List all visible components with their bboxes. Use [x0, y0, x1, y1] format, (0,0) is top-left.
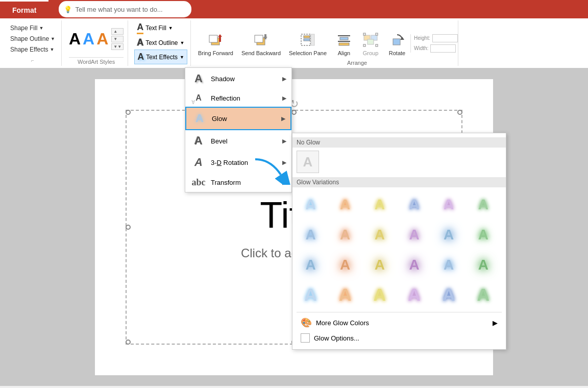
glow-a-7: A [305, 227, 315, 243]
shape-fill-button[interactable]: Shape Fill ▼ [8, 23, 57, 33]
glow-cell-17[interactable]: A [435, 251, 463, 279]
wordart-scroll-more[interactable]: ▼▼ [111, 43, 124, 50]
handle-bl[interactable] [126, 340, 131, 345]
glow-cell-2[interactable]: A [331, 190, 359, 219]
text-effects-icon: A [137, 52, 144, 62]
glow-cell-6[interactable]: A [469, 190, 497, 219]
lightbulb-icon: 💡 [64, 6, 72, 13]
svg-rect-11 [311, 34, 314, 45]
wordart-sample-blue[interactable]: A [83, 31, 94, 47]
glow-item[interactable]: A Glow ▶ [185, 107, 291, 130]
text-outline-icon: A [137, 37, 143, 48]
glow-cell-23[interactable]: A [435, 281, 463, 309]
glow-a-14: A [340, 257, 350, 273]
glow-a-18: A [478, 257, 488, 273]
arrange-section-label: Arrange [347, 60, 367, 66]
glow-options-item[interactable]: Glow Options... [297, 331, 502, 345]
shape-outline-button[interactable]: Shape Outline ▼ [8, 34, 57, 43]
format-tab[interactable]: Format [0, 0, 48, 18]
shape-outline-label: Shape Outline [10, 35, 49, 42]
transform-icon: abc [191, 177, 206, 188]
reflection-arrow: ▶ [282, 95, 286, 102]
glow-cell-15[interactable]: A [365, 251, 394, 279]
wordart-sample-black[interactable]: A [69, 31, 81, 47]
glow-a-3: A [375, 197, 385, 213]
ribbon-top: Format 💡 Tell me what you want to do... [0, 0, 588, 18]
shape-fill-label: Shape Fill [10, 25, 37, 32]
glow-cell-14[interactable]: A [331, 251, 359, 279]
handle-ml[interactable] [126, 225, 131, 230]
text-outline-button[interactable]: A Text Outline ▼ [134, 36, 187, 50]
text-fill-button[interactable]: A Text Fill ▼ [134, 20, 187, 36]
bevel-label: Bevel [211, 137, 228, 145]
glow-cell-8[interactable]: A [331, 221, 359, 249]
transform-arrow: ▶ [282, 179, 286, 186]
glow-cell-4[interactable]: A [400, 190, 428, 219]
shape-dialog-launcher[interactable]: ⌐ [8, 58, 57, 63]
glow-cell-22[interactable]: A [400, 281, 428, 309]
width-label: Width: [414, 45, 428, 51]
glow-cell-20[interactable]: A [331, 281, 359, 309]
glow-a-5: A [444, 197, 454, 213]
send-backward-button[interactable]: Send Backward [237, 29, 285, 58]
glow-cell-13[interactable]: A [297, 251, 325, 279]
3d-rotation-item[interactable]: A 3-D Rotation ▶ [185, 152, 291, 173]
wordart-scroll-up[interactable]: ▲ [111, 28, 124, 35]
width-input[interactable] [430, 44, 456, 53]
shape-effects-button[interactable]: Shape Effects ▼ [8, 45, 57, 54]
wordart-sample-orange[interactable]: A [96, 31, 108, 47]
glow-cell-7[interactable]: A [297, 221, 325, 249]
glow-cell-24[interactable]: A [469, 281, 497, 309]
wordart-scroll[interactable]: ▲ ▼ ▼▼ [111, 28, 124, 50]
glow-cell-16[interactable]: A [400, 251, 428, 279]
more-glow-colors-item[interactable]: 🎨 More Glow Colors ▶ [297, 314, 502, 331]
glow-a-4: A [409, 197, 419, 213]
glow-a-13: A [305, 257, 315, 273]
wordart-label: WordArt Styles [69, 57, 124, 66]
svg-rect-3 [219, 37, 221, 42]
ribbon-body: Shape Fill ▼ Shape Outline ▼ Shape Effec… [0, 18, 588, 68]
glow-cell-18[interactable]: A [469, 251, 497, 279]
height-field[interactable]: Height: [414, 34, 458, 42]
align-button[interactable]: Align [331, 29, 357, 58]
tell-me-text: Tell me what you want to do... [75, 6, 162, 13]
3d-rotation-label: 3-D Rotation [211, 159, 248, 166]
glow-cell-21[interactable]: A [365, 281, 394, 309]
bring-forward-button[interactable]: Bring Forward [194, 29, 237, 58]
height-input[interactable] [432, 34, 458, 42]
glow-cell-10[interactable]: A [400, 221, 428, 249]
glow-a-9: A [375, 227, 385, 243]
transform-item[interactable]: abc Transform ▶ [185, 173, 291, 192]
selection-pane-button[interactable]: Selection Pane [285, 29, 331, 58]
handle-tl[interactable] [126, 110, 131, 115]
wordart-scroll-down[interactable]: ▼ [111, 36, 124, 42]
shadow-item[interactable]: A Shadow ▶ [185, 68, 291, 89]
glow-a-20: A [339, 285, 352, 305]
glow-cell-19[interactable]: A [297, 281, 325, 309]
glow-cell-11[interactable]: A [435, 221, 463, 249]
glow-a-2: A [340, 197, 350, 213]
group-button[interactable]: Group [357, 29, 384, 58]
svg-rect-22 [376, 44, 378, 46]
handle-tr[interactable] [457, 110, 462, 115]
glow-cell-12[interactable]: A [469, 221, 497, 249]
width-field[interactable]: Width: [414, 44, 458, 53]
text-effects-button[interactable]: A Text Effects ▼ [134, 50, 187, 64]
text-effects-label: Text Effects [146, 54, 178, 61]
tell-me-bar[interactable]: 💡 Tell me what you want to do... [59, 1, 191, 17]
bevel-item[interactable]: A Bevel ▶ [185, 130, 291, 152]
glow-cell-5[interactable]: A [435, 190, 463, 219]
color-wheel-icon: 🎨 [301, 317, 312, 328]
shape-fill-arrow: ▼ [39, 26, 43, 31]
group-label: Group [363, 50, 379, 56]
glow-a-19: A [304, 285, 317, 305]
rotate-button[interactable]: Rotate [384, 29, 410, 58]
selection-pane-label: Selection Pane [289, 50, 327, 56]
handle-tm[interactable] [291, 110, 297, 115]
glow-cell-9[interactable]: A [365, 221, 394, 249]
reflection-item[interactable]: AA Reflection ▶ [185, 89, 291, 107]
glow-a-22: A [408, 285, 421, 305]
glow-cell-1[interactable]: A [297, 190, 325, 219]
no-glow-box[interactable]: A [297, 151, 319, 173]
glow-cell-3[interactable]: A [365, 190, 394, 219]
